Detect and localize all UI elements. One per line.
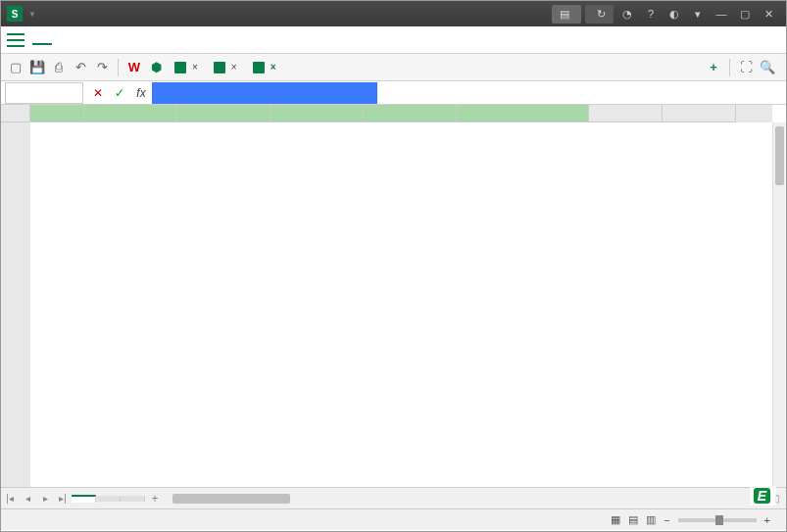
app-menu-caret[interactable]: ▼ xyxy=(28,10,36,19)
toolbar: ▢ 💾 ⎙ ↶ ↷ W ⬢ × × × + ⛶ 🔍 xyxy=(1,54,786,81)
column-headers xyxy=(30,105,772,122)
menu-review[interactable] xyxy=(130,36,150,44)
sheet-tab-0[interactable] xyxy=(72,495,96,503)
search-icon[interactable]: 🔍 xyxy=(759,59,776,76)
restore-icon[interactable]: ▢ xyxy=(735,4,755,24)
close-icon[interactable]: ✕ xyxy=(759,4,778,24)
menu-start[interactable] xyxy=(32,35,52,45)
doc-tab-0[interactable]: ▤ xyxy=(552,5,581,24)
menu-devtools[interactable] xyxy=(170,36,189,44)
file-tab-0[interactable]: × xyxy=(169,60,204,75)
menu-data[interactable] xyxy=(111,36,130,44)
cube-icon[interactable]: ⬢ xyxy=(147,59,165,76)
col-header-g[interactable] xyxy=(589,105,663,122)
zoom-knob[interactable] xyxy=(715,515,723,525)
file-icon xyxy=(253,62,265,73)
formula-input[interactable] xyxy=(152,82,377,104)
name-box[interactable] xyxy=(5,82,83,104)
doc-icon: ▤ xyxy=(560,8,569,21)
redo-icon[interactable]: ↷ xyxy=(93,59,111,76)
file-tab-1[interactable]: × xyxy=(208,60,243,75)
close-icon[interactable]: × xyxy=(231,62,237,73)
minimize-icon[interactable]: — xyxy=(712,4,731,24)
col-header-h[interactable] xyxy=(663,105,736,122)
status-bar: ▦ ▤ ▥ − + xyxy=(1,508,786,530)
horizontal-scrollbar[interactable] xyxy=(172,493,761,505)
vertical-scrollbar[interactable] xyxy=(772,122,786,487)
scrollbar-thumb[interactable] xyxy=(775,126,784,185)
col-header-f[interactable] xyxy=(457,105,589,122)
sheet-nav-next-icon[interactable]: ▸ xyxy=(36,493,54,504)
menu-bar xyxy=(1,26,786,54)
refresh-icon: ↻ xyxy=(597,8,606,21)
wps-icon[interactable]: W xyxy=(125,59,143,76)
menu-formula[interactable] xyxy=(91,36,111,44)
close-icon[interactable]: × xyxy=(192,62,198,73)
file-icon xyxy=(214,62,225,73)
menu-cloud[interactable] xyxy=(189,36,209,44)
undo-icon[interactable]: ↶ xyxy=(72,59,89,76)
app-logo: S xyxy=(7,6,23,22)
view-page-icon[interactable]: ▤ xyxy=(628,513,638,526)
menu-smart-tools[interactable] xyxy=(209,36,228,44)
file-tab-2[interactable]: × xyxy=(247,60,282,75)
col-header-c[interactable] xyxy=(177,105,271,122)
formula-confirm-icon[interactable]: ✓ xyxy=(109,86,130,100)
fullscreen-icon[interactable]: ⛶ xyxy=(737,59,755,76)
view-normal-icon[interactable]: ▦ xyxy=(611,513,620,526)
col-header-d[interactable] xyxy=(271,105,364,122)
print-icon[interactable]: ⎙ xyxy=(50,59,68,76)
sheet-tab-2[interactable] xyxy=(121,496,145,502)
new-icon[interactable]: ▢ xyxy=(7,59,25,76)
sheet-nav-first-icon[interactable]: |◂ xyxy=(1,493,19,504)
save-icon[interactable]: 💾 xyxy=(28,59,46,76)
select-all-corner[interactable] xyxy=(1,105,30,122)
add-tab-icon[interactable]: + xyxy=(705,59,722,76)
skin-icon[interactable]: ◐ xyxy=(664,4,684,24)
cloud-icon[interactable]: ◔ xyxy=(617,4,637,24)
add-sheet-icon[interactable]: + xyxy=(145,492,165,506)
col-header-b[interactable] xyxy=(84,105,177,122)
fx-icon[interactable]: fx xyxy=(130,86,152,100)
view-break-icon[interactable]: ▥ xyxy=(646,513,656,526)
help-icon[interactable]: ? xyxy=(641,4,661,24)
sheet-nav-last-icon[interactable]: ▸| xyxy=(54,493,72,504)
sheet-tab-1[interactable] xyxy=(96,496,121,502)
row-headers xyxy=(1,122,30,487)
doc-tab-1[interactable]: ↻ xyxy=(585,5,614,24)
file-icon xyxy=(174,62,186,73)
menu-page-layout[interactable] xyxy=(72,36,91,44)
formula-cancel-icon[interactable]: ✕ xyxy=(87,86,109,100)
sheet-area xyxy=(1,105,786,487)
zoom-slider[interactable] xyxy=(678,518,757,522)
col-header-e[interactable] xyxy=(364,105,457,122)
zoom-in-icon[interactable]: + xyxy=(764,514,770,526)
scrollbar-thumb[interactable] xyxy=(172,494,290,504)
grid[interactable] xyxy=(30,122,772,487)
main-menu-icon[interactable] xyxy=(7,33,25,47)
sheet-tabs-bar: |◂ ◂ ▸ ▸| + ▯ xyxy=(1,487,786,508)
close-icon[interactable]: × xyxy=(271,62,276,73)
col-header-a[interactable] xyxy=(30,105,84,122)
zoom-out-icon[interactable]: − xyxy=(664,514,669,526)
watermark: E xyxy=(750,486,776,506)
formula-bar: ✕ ✓ fx xyxy=(1,81,786,105)
minimize-ribbon-icon[interactable]: ▾ xyxy=(688,4,708,24)
title-bar: S ▼ ▤ ↻ ◔ ? ◐ ▾ — ▢ ✕ xyxy=(1,1,786,26)
menu-view[interactable] xyxy=(150,36,170,44)
sheet-nav-prev-icon[interactable]: ◂ xyxy=(19,493,36,504)
menu-insert[interactable] xyxy=(52,36,72,44)
